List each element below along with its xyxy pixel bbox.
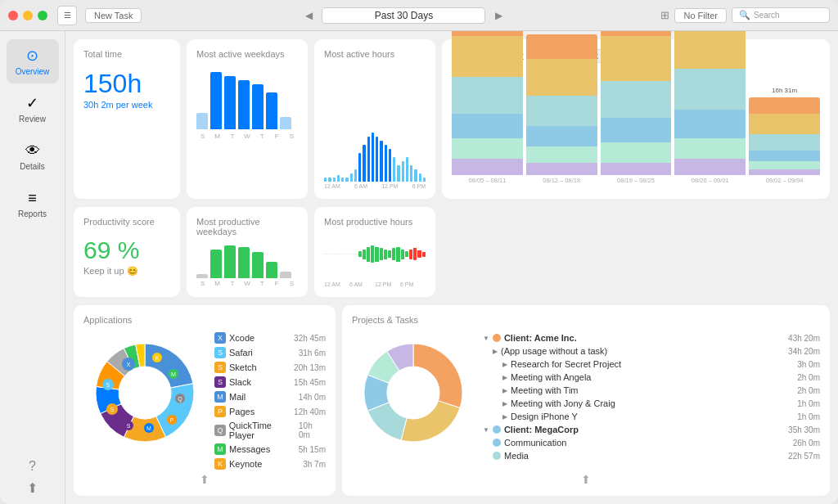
weekday-label: T <box>227 133 238 140</box>
stack-label: 08/26 – 09/01 <box>692 177 729 184</box>
expand-icon[interactable]: ▶ <box>502 361 507 368</box>
project-name: ▶ Meeting with Jony & Craig <box>483 398 794 408</box>
close-button[interactable] <box>8 11 18 20</box>
sidebar-item-overview[interactable]: ⊙ Overview <box>7 39 59 83</box>
sidebar-toggle-button[interactable]: ☰ <box>57 6 77 25</box>
weekday-label: F <box>271 133 282 140</box>
minimize-button[interactable] <box>23 11 33 20</box>
project-name: ▼ Client: Acme Inc. <box>483 333 785 343</box>
app-name: Q QuickTime Player <box>214 421 299 440</box>
stack-segment <box>601 142 672 163</box>
hour-bar <box>423 178 426 182</box>
stack-segment <box>749 151 820 161</box>
project-time: 26h 0m <box>793 439 820 448</box>
app-item: M Messages 5h 15m <box>214 443 326 456</box>
app-name: P Pages <box>214 406 255 417</box>
prod-weekday-bar <box>196 274 208 278</box>
productivity-title: Productivity score <box>83 217 170 227</box>
app-icon: S <box>214 362 226 373</box>
prod-hour-col <box>367 232 370 277</box>
titlebar: ☰ New Task ◀ Past 30 Days ▶ ⊞ No Filter … <box>0 0 838 31</box>
nav-title: Past 30 Days <box>322 7 485 24</box>
hour-bar <box>324 178 327 182</box>
filter-icon: ⊞ <box>660 9 669 21</box>
app-item: K Keynote 3h 7m <box>214 457 326 470</box>
prod-zero-bar <box>337 254 340 254</box>
titlebar-right: ⊞ No Filter 🔍 Search <box>660 7 830 23</box>
stack-segment <box>674 69 746 110</box>
donut-segment <box>413 344 462 408</box>
app-icon: M <box>214 391 226 403</box>
details-icon: 👁 <box>25 142 40 160</box>
sidebar-item-reports[interactable]: ≡ Reports <box>7 182 59 226</box>
stack-bars <box>452 31 523 175</box>
app-item: P Pages 12h 40m <box>214 405 326 418</box>
expand-icon[interactable]: ▶ <box>502 413 507 421</box>
projects-share-icon[interactable]: ⬆ <box>352 470 820 486</box>
prod-weekday-label: F <box>271 280 282 287</box>
project-time: 1h 0m <box>797 412 820 421</box>
prod-weekday-label: T <box>227 280 238 287</box>
maximize-button[interactable] <box>38 11 47 20</box>
expand-icon[interactable]: ▶ <box>493 348 498 355</box>
app-name-label: Messages <box>229 444 270 454</box>
most-active-weekdays-card: Most active weekdays SMTWTFS <box>187 39 308 199</box>
expand-icon[interactable]: ▼ <box>483 426 489 434</box>
prod-weekday-bar <box>266 262 277 278</box>
search-input[interactable]: 🔍 Search <box>732 7 830 23</box>
project-sub-label: Communication <box>504 438 566 448</box>
app-donut-label: M <box>171 371 176 377</box>
review-icon: ✓ <box>26 94 38 112</box>
stack-bars <box>749 97 820 175</box>
sidebar-item-review[interactable]: ✓ Review <box>7 87 59 131</box>
prod-weekday-bar <box>238 247 250 278</box>
weekday-bar <box>266 92 277 129</box>
expand-icon[interactable]: ▶ <box>502 374 507 381</box>
prod-hours-chart <box>324 232 426 280</box>
nav-prev-button[interactable]: ◀ <box>300 7 317 24</box>
help-icon[interactable]: ? <box>29 459 36 474</box>
hour-bar <box>354 169 357 182</box>
nav-next-button[interactable]: ▶ <box>490 7 507 24</box>
app-name-label: Keynote <box>229 459 262 469</box>
app-share-icon[interactable]: ⬆ <box>83 470 326 486</box>
hour-bar <box>350 173 353 182</box>
share-icon[interactable]: ⬆ <box>27 480 38 496</box>
hour-labels: 12 AM6 AM12 PM6 PM <box>324 183 426 189</box>
donut-segment <box>145 344 193 388</box>
new-task-button[interactable]: New Task <box>85 8 142 23</box>
app-name-label: Sketch <box>229 362 257 372</box>
sidebar-item-details[interactable]: 👁 Details <box>7 134 59 178</box>
hour-bar-chart <box>324 64 426 182</box>
stack-label: 08/05 – 08/11 <box>468 177 506 184</box>
total-time-value: 150h <box>83 70 170 97</box>
app-donut-svg: XSSSMPQMK <box>83 331 206 454</box>
app-name: K Keynote <box>214 458 262 470</box>
project-task-label: (App usage without a task) <box>501 346 607 356</box>
expand-icon[interactable]: ▼ <box>483 335 489 342</box>
app-name: X Xcode <box>214 332 255 344</box>
app-name-label: Pages <box>229 407 255 416</box>
stack-segment <box>452 77 523 114</box>
most-active-hours-card: Most active hours 12 AM6 AM12 PM6 PM <box>314 39 435 199</box>
expand-icon[interactable]: ▶ <box>502 387 507 394</box>
total-time-title: Total time <box>83 49 170 59</box>
stack-bars <box>526 34 597 176</box>
stack-bars <box>674 31 746 175</box>
app-time: 14h 0m <box>299 393 326 402</box>
prod-neg-bar <box>417 250 421 258</box>
project-time: 43h 20m <box>788 334 820 343</box>
project-dot <box>493 452 501 460</box>
expand-icon[interactable]: ▶ <box>502 400 507 407</box>
app-content: XSSSMPQMK X Xcode 32h 45m S Safari 31h 6… <box>83 331 326 470</box>
filter-button[interactable]: No Filter <box>674 8 727 23</box>
stack-segment <box>749 97 820 114</box>
main-window: ☰ New Task ◀ Past 30 Days ▶ ⊞ No Filter … <box>0 0 838 504</box>
project-sub-label: Media <box>504 451 529 461</box>
stack-segment <box>526 59 597 96</box>
hour-bar <box>376 137 378 182</box>
weekday-labels: SMTWTFS <box>196 133 298 140</box>
app-donut-label: Q <box>178 396 182 403</box>
hour-bar <box>380 141 382 182</box>
project-name: ▼ Client: MegaCorp <box>483 425 785 434</box>
